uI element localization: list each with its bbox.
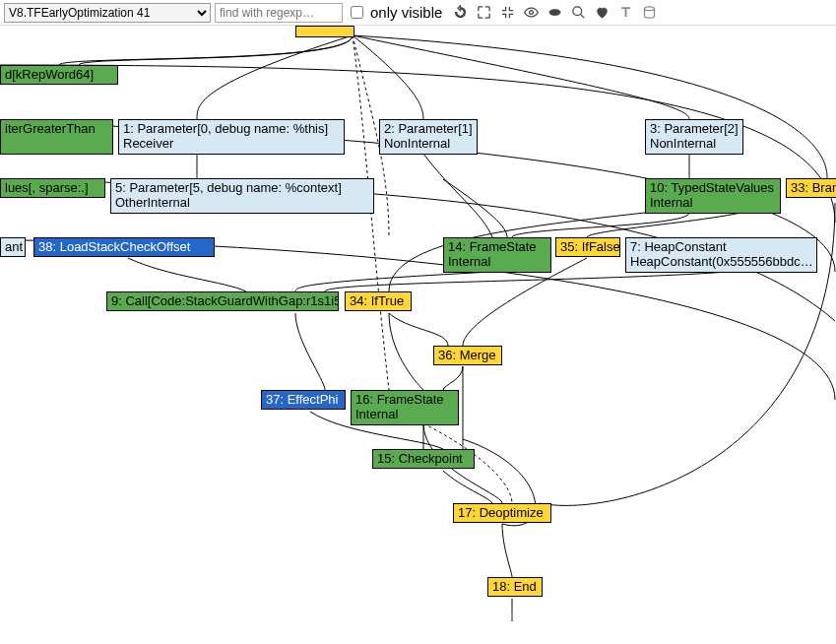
node-iffalse-35[interactable]: 35: IfFalse [555, 237, 620, 257]
node-merge-36[interactable]: 36: Merge [433, 346, 502, 365]
node-internal-top[interactable] [295, 26, 354, 37]
refresh-icon[interactable] [450, 3, 470, 23]
phase-select[interactable]: V8.TFEarlyOptimization 41 [4, 3, 211, 23]
node-effectphi-37[interactable]: 37: EffectPhi [261, 390, 346, 410]
layers-icon[interactable] [545, 3, 564, 23]
expand-icon[interactable] [474, 3, 493, 23]
node-param5[interactable]: 5: Parameter[5, debug name: %context] Ot… [110, 178, 374, 214]
only-visible-checkbox[interactable] [351, 6, 363, 19]
node-typedstate-10[interactable]: 10: TypedStateValues Internal [645, 178, 781, 214]
node-heapconst-7[interactable]: 7: HeapConstant HeapConstant(0x555556bbd… [625, 237, 817, 273]
text-icon[interactable] [615, 3, 635, 23]
svg-point-1 [549, 9, 560, 15]
node-framestate-14[interactable]: 14: FrameState Internal [443, 237, 551, 273]
node-deoptimize-17[interactable]: 17: Deoptimize [453, 503, 551, 523]
graph-canvas[interactable]: d[kRepWord64] iterGreaterThan 1: Paramet… [0, 26, 836, 644]
only-visible-label: only visible [370, 4, 442, 21]
eye-icon[interactable] [521, 3, 541, 23]
svg-point-3 [644, 7, 654, 11]
node-loadstack-38[interactable]: 38: LoadStackCheckOffset [33, 237, 215, 257]
node-checkpoint-15[interactable]: 15: Checkpoint [372, 449, 475, 469]
node-krepword64[interactable]: d[kRepWord64] [0, 65, 118, 85]
node-param2[interactable]: 3: Parameter[2] NonInternal [645, 119, 743, 155]
node-end-18[interactable]: 18: End [487, 577, 543, 597]
node-values-sparse[interactable]: lues[, sparse:.] [0, 178, 105, 198]
node-ant[interactable]: ant [0, 237, 26, 257]
collapse-icon[interactable] [497, 3, 517, 23]
search-input[interactable] [215, 3, 343, 23]
node-framestate-16[interactable]: 16: FrameState Internal [351, 390, 459, 425]
svg-point-0 [530, 11, 534, 15]
svg-point-2 [573, 7, 582, 16]
node-param1[interactable]: 2: Parameter[1] NonInternal [379, 119, 478, 155]
node-iftrue-34[interactable]: 34: IfTrue [345, 291, 412, 311]
node-greaterthan[interactable]: iterGreaterThan [0, 119, 113, 155]
node-call-9[interactable]: 9: Call[Code:StackGuardWithGap:r1s1i5f1] [106, 291, 339, 311]
search-icon[interactable] [568, 3, 588, 23]
favorite-icon[interactable] [592, 3, 611, 23]
cache-icon[interactable] [639, 3, 659, 23]
node-param0[interactable]: 1: Parameter[0, debug name: %this] Recei… [118, 119, 345, 155]
node-branch-33[interactable]: 33: Branch[True, SafetyCheck] [786, 178, 836, 198]
